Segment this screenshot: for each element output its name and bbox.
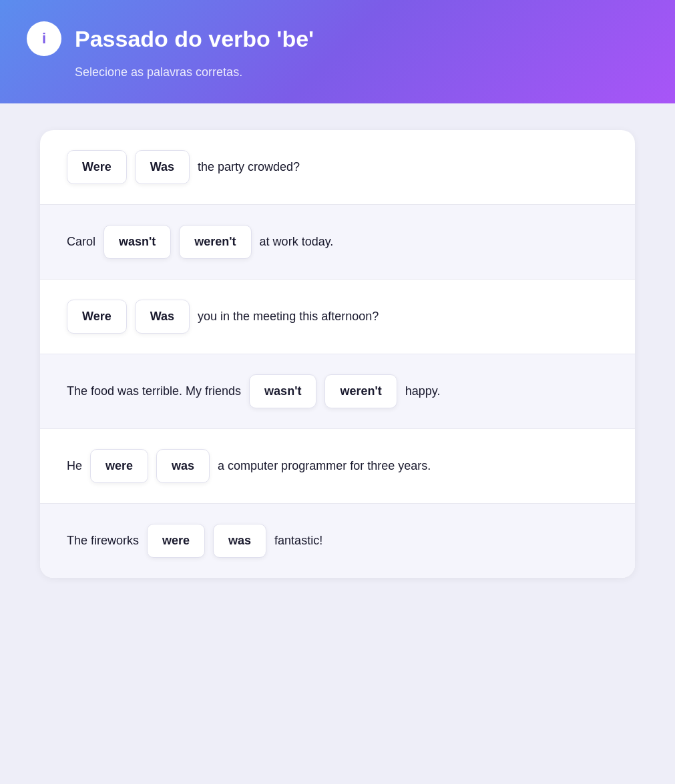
sentence-before: Carol [67, 235, 95, 249]
sentence-after: the party crowded? [198, 160, 300, 174]
exercise-card: WereWasthe party crowded?Carolwasn'twere… [40, 130, 635, 578]
exercise-row: WereWasyou in the meeting this afternoon… [40, 280, 635, 354]
sentence-after: a computer programmer for three years. [218, 459, 431, 473]
exercise-row: WereWasthe party crowded? [40, 130, 635, 205]
word-option-button[interactable]: Were [67, 300, 127, 334]
sentence-after: happy. [405, 384, 441, 398]
sentence-before: The food was terrible. My friends [67, 384, 241, 398]
content-area: WereWasthe party crowded?Carolwasn'twere… [0, 103, 675, 784]
page-title: Passado do verbo 'be' [75, 26, 314, 52]
word-option-button[interactable]: Was [135, 300, 190, 334]
exercise-row: Carolwasn'tweren'tat work today. [40, 205, 635, 280]
word-option-button[interactable]: was [156, 449, 210, 483]
word-option-button[interactable]: were [90, 449, 148, 483]
exercise-row: Hewerewasa computer programmer for three… [40, 429, 635, 504]
word-option-button[interactable]: weren't [179, 225, 251, 259]
word-option-button[interactable]: wasn't [249, 374, 316, 408]
word-option-button[interactable]: wasn't [103, 225, 171, 259]
sentence-after: you in the meeting this afternoon? [198, 310, 379, 324]
word-option-button[interactable]: were [147, 524, 205, 558]
exercise-row: The fireworkswerewasfantastic! [40, 504, 635, 578]
word-option-button[interactable]: Was [135, 150, 190, 184]
sentence-after: at work today. [260, 235, 334, 249]
header: i Passado do verbo 'be' Selecione as pal… [0, 0, 675, 103]
header-top: i Passado do verbo 'be' [27, 21, 648, 56]
exercise-row: The food was terrible. My friendswasn'tw… [40, 354, 635, 429]
info-icon: i [27, 21, 61, 56]
sentence-before: He [67, 459, 82, 473]
header-subtitle: Selecione as palavras corretas. [27, 65, 648, 79]
sentence-after: fantastic! [274, 534, 322, 548]
sentence-before: The fireworks [67, 534, 139, 548]
word-option-button[interactable]: Were [67, 150, 127, 184]
word-option-button[interactable]: was [213, 524, 266, 558]
word-option-button[interactable]: weren't [324, 374, 397, 408]
